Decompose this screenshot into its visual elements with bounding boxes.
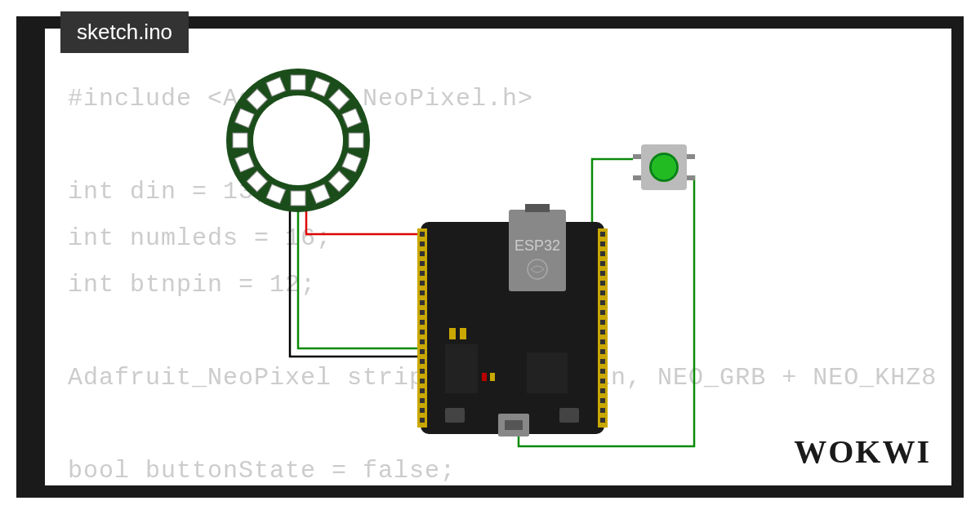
svg-rect-42 <box>600 271 605 276</box>
svg-rect-30 <box>420 359 425 364</box>
svg-rect-26 <box>420 320 425 325</box>
file-tab[interactable]: sketch.ino <box>60 11 189 53</box>
svg-rect-58 <box>505 420 523 430</box>
circuit-diagram[interactable]: ESP32 <box>216 63 772 471</box>
svg-rect-36 <box>420 418 425 423</box>
svg-rect-48 <box>600 330 605 335</box>
svg-rect-41 <box>600 261 605 266</box>
button-leg <box>633 175 641 180</box>
pin-rail-left <box>417 228 427 428</box>
svg-rect-49 <box>600 339 605 344</box>
svg-rect-51 <box>600 359 605 364</box>
push-button[interactable] <box>633 144 695 190</box>
antenna <box>525 204 550 212</box>
svg-rect-16 <box>417 228 427 428</box>
svg-rect-62 <box>490 373 495 381</box>
board-button-en[interactable] <box>445 408 465 423</box>
svg-rect-27 <box>420 330 425 335</box>
svg-rect-21 <box>420 271 425 276</box>
esp32-board[interactable]: ESP32 <box>417 204 608 436</box>
svg-rect-19 <box>420 251 425 256</box>
svg-rect-12 <box>233 133 247 148</box>
svg-rect-57 <box>600 418 605 423</box>
main-frame: #include <Adafruit_NeoPixel.h> int din =… <box>42 26 954 488</box>
neopixel-ring[interactable] <box>226 69 370 212</box>
svg-rect-34 <box>420 398 425 403</box>
svg-rect-55 <box>600 398 605 403</box>
svg-rect-31 <box>420 369 425 374</box>
svg-rect-8 <box>291 191 305 206</box>
svg-rect-25 <box>420 310 425 315</box>
svg-rect-43 <box>600 281 605 286</box>
svg-rect-38 <box>600 232 605 237</box>
svg-rect-24 <box>420 300 425 305</box>
board-button-boot[interactable] <box>559 408 579 423</box>
svg-rect-45 <box>600 300 605 305</box>
pin-rail-right <box>598 228 608 428</box>
svg-rect-61 <box>482 373 487 381</box>
button-leg <box>687 175 695 180</box>
svg-rect-44 <box>600 290 605 295</box>
svg-rect-20 <box>420 261 425 266</box>
svg-rect-40 <box>600 251 605 256</box>
svg-rect-22 <box>420 281 425 286</box>
svg-point-63 <box>651 154 677 180</box>
svg-rect-28 <box>420 339 425 344</box>
svg-rect-35 <box>420 408 425 413</box>
svg-rect-54 <box>600 388 605 393</box>
svg-rect-32 <box>420 379 425 383</box>
svg-rect-0 <box>291 75 305 90</box>
ring-inner <box>253 95 343 185</box>
svg-rect-53 <box>600 379 605 383</box>
board-label: ESP32 <box>514 237 560 254</box>
wokwi-logo: WOKWI <box>794 432 931 471</box>
svg-rect-50 <box>600 349 605 354</box>
wire-green-btn-1 <box>592 159 633 226</box>
svg-rect-47 <box>600 320 605 325</box>
svg-rect-18 <box>420 241 425 246</box>
button-leg <box>633 154 641 159</box>
button-leg <box>687 154 695 159</box>
svg-rect-33 <box>420 388 425 393</box>
svg-rect-60 <box>460 328 466 339</box>
svg-rect-56 <box>600 408 605 413</box>
svg-rect-52 <box>600 369 605 374</box>
svg-rect-23 <box>420 290 425 295</box>
svg-rect-39 <box>600 241 605 246</box>
svg-rect-59 <box>449 328 456 339</box>
svg-rect-17 <box>420 232 425 237</box>
board-chip-2 <box>527 352 568 393</box>
svg-rect-4 <box>349 133 363 148</box>
svg-rect-46 <box>600 310 605 315</box>
svg-rect-37 <box>598 228 608 428</box>
tab-label: sketch.ino <box>77 20 172 44</box>
svg-rect-29 <box>420 349 425 354</box>
board-chip <box>445 344 478 393</box>
